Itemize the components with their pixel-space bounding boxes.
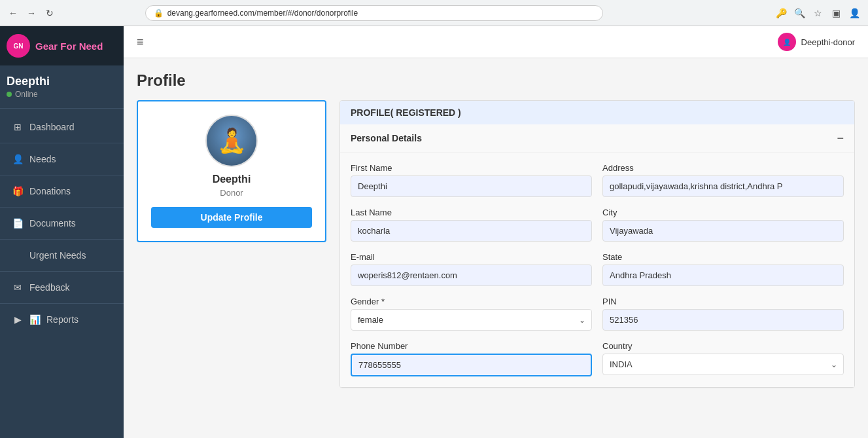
country-select[interactable]: INDIA USA UK	[602, 354, 844, 375]
country-label: Country	[602, 341, 844, 351]
collapse-button[interactable]: −	[837, 132, 844, 144]
page-content: Profile 🧘 Deepthi Donor Update Profile P…	[124, 58, 868, 438]
email-label: E-mail	[351, 252, 592, 262]
lock-icon: 🔒	[154, 9, 164, 18]
left-column: First Name Last Name	[351, 163, 592, 376]
sidebar-item-label: Dashboard	[29, 122, 75, 132]
gender-select-wrapper: female male other ⌄	[351, 309, 592, 331]
divider-3	[0, 207, 124, 208]
topbar-right: 👤 Deepthi-donor	[778, 33, 855, 51]
status-text: Online	[15, 90, 38, 99]
needs-icon: 👤	[12, 154, 23, 164]
topbar: ≡ 👤 Deepthi-donor	[124, 26, 868, 58]
divider-6	[0, 303, 124, 304]
city-input[interactable]	[602, 220, 844, 242]
documents-icon: 📄	[12, 218, 23, 228]
sidebar-logo: GN Gear For Need	[0, 26, 124, 65]
sidebar-user: Deepthi Online	[0, 65, 124, 109]
last-name-label: Last Name	[351, 208, 592, 217]
donations-icon: 🎁	[12, 186, 23, 196]
dashboard-icon: ⊞	[12, 122, 23, 132]
gender-select[interactable]: female male other	[351, 309, 592, 331]
profile-name: Deepthi	[213, 173, 251, 185]
personal-details-title: Personal Details	[351, 133, 422, 143]
email-group: E-mail	[351, 252, 592, 286]
sidebar-username: Deepthi	[7, 75, 117, 88]
sidebar-item-label: Needs	[29, 154, 56, 164]
extension-icon[interactable]: ▣	[830, 7, 843, 20]
sidebar-item-dashboard[interactable]: ⊞ Dashboard	[0, 114, 124, 140]
pin-label: PIN	[602, 297, 844, 306]
divider-5	[0, 271, 124, 272]
sidebar-item-urgent-needs[interactable]: Urgent Needs	[0, 242, 124, 268]
back-button[interactable]: ←	[7, 7, 20, 20]
profile-card: 🧘 Deepthi Donor Update Profile	[137, 100, 326, 242]
city-label: City	[602, 208, 844, 217]
last-name-input[interactable]	[351, 220, 592, 242]
sidebar-item-label: Urgent Needs	[29, 250, 86, 261]
url-text: devang.gearforneed.com/member/#/donor/do…	[167, 9, 358, 18]
logo-icon: GN	[7, 34, 30, 58]
reports-icon: 📊	[29, 314, 40, 325]
phone-group: Phone Number	[351, 341, 592, 376]
last-name-group: Last Name	[351, 208, 592, 242]
topbar-username: Deepthi-donor	[801, 37, 855, 47]
sidebar-item-needs[interactable]: 👤 Needs	[0, 146, 124, 172]
pin-group: PIN	[602, 297, 844, 331]
forward-button[interactable]: →	[25, 7, 38, 20]
first-name-label: First Name	[351, 163, 592, 173]
divider-1	[0, 143, 124, 143]
first-name-group: First Name	[351, 163, 592, 197]
address-input[interactable]	[602, 175, 844, 197]
sidebar-item-label: Feedback	[29, 282, 69, 293]
update-profile-button[interactable]: Update Profile	[151, 207, 312, 228]
pin-input[interactable]	[602, 309, 844, 331]
page-title: Profile	[137, 71, 855, 90]
sidebar-nav: ⊞ Dashboard 👤 Needs 🎁 Donations 📄 Docume…	[0, 109, 124, 338]
profile-form: PROFILE( REGISTERED ) Personal Details −	[339, 100, 855, 388]
browser-actions: 🔑 🔍 ☆ ▣ 👤	[775, 7, 861, 20]
sidebar-item-documents[interactable]: 📄 Documents	[0, 210, 124, 236]
gender-group: Gender * female male other ⌄	[351, 297, 592, 331]
sidebar-item-label: Documents	[29, 218, 76, 228]
state-label: State	[602, 252, 844, 262]
status-dot	[7, 92, 12, 97]
divider-2	[0, 175, 124, 175]
first-name-input[interactable]	[351, 175, 592, 197]
main-content: ≡ 👤 Deepthi-donor Profile 🧘	[124, 26, 868, 438]
profile-status-header: PROFILE( REGISTERED )	[340, 101, 854, 124]
country-select-wrapper: INDIA USA UK ⌄	[602, 354, 844, 375]
profile-icon[interactable]: 👤	[848, 7, 861, 20]
sidebar-item-reports[interactable]: ▶ 📊 Reports	[0, 306, 124, 333]
divider-4	[0, 239, 124, 240]
avatar-inner: 🧘	[207, 116, 256, 166]
logo-text: Gear For Need	[35, 41, 103, 52]
personal-details-section: Personal Details − First Name	[340, 124, 854, 388]
country-group: Country INDIA USA UK ⌄	[602, 341, 844, 375]
profile-area: 🧘 Deepthi Donor Update Profile PROFILE( …	[137, 100, 855, 388]
form-body: First Name Last Name	[340, 153, 854, 387]
reload-button[interactable]: ↻	[43, 7, 56, 20]
avatar-placeholder: 👤	[783, 39, 791, 46]
browser-chrome: ← → ↻ 🔒 devang.gearforneed.com/member/#/…	[0, 0, 868, 26]
address-bar[interactable]: 🔒 devang.gearforneed.com/member/#/donor/…	[145, 5, 603, 21]
sidebar-item-feedback[interactable]: ✉ Feedback	[0, 274, 124, 301]
phone-input[interactable]	[351, 354, 592, 376]
key-icon[interactable]: 🔑	[775, 7, 788, 20]
sidebar: GN Gear For Need Deepthi Online ⊞ Dashbo…	[0, 26, 124, 438]
city-group: City	[602, 208, 844, 242]
address-label: Address	[602, 163, 844, 173]
reports-expand-icon: ▶	[12, 314, 23, 325]
form-grid: First Name Last Name	[351, 163, 844, 376]
avatar-figure: 🧘	[217, 127, 247, 155]
phone-label: Phone Number	[351, 341, 592, 351]
profile-role: Donor	[220, 188, 243, 198]
state-group: State	[602, 252, 844, 286]
email-input[interactable]	[351, 265, 592, 286]
star-icon[interactable]: ☆	[812, 7, 825, 20]
hamburger-menu[interactable]: ≡	[137, 35, 144, 49]
search-icon[interactable]: 🔍	[793, 7, 807, 20]
sidebar-item-donations[interactable]: 🎁 Donations	[0, 178, 124, 204]
sidebar-item-label: Donations	[29, 186, 71, 196]
state-input[interactable]	[602, 265, 844, 286]
